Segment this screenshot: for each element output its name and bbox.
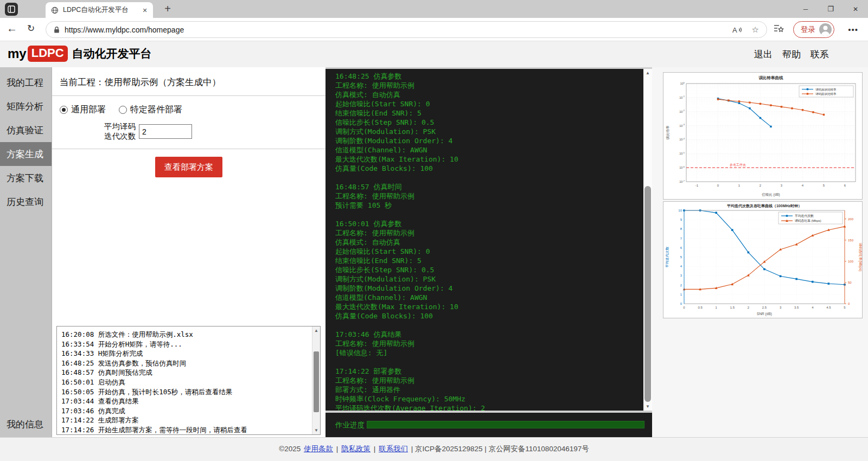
iteration-throughput-chart-card: 00.511.522.533.544.550123456789100501001… (663, 201, 863, 318)
sidebar-item[interactable]: 方案生成 (0, 142, 52, 166)
svg-text:译码吞吐率 (Mbps): 译码吞吐率 (Mbps) (795, 219, 821, 223)
login-button[interactable]: 登录 (793, 21, 834, 38)
svg-text:0: 0 (848, 302, 850, 305)
new-tab-button[interactable]: + (161, 2, 175, 16)
svg-text:信噪比 (dB): 信噪比 (dB) (762, 193, 780, 197)
page-footer: ©2025 使用条款 | 隐私政策 | 联系我们 | 京ICP备20251298… (0, 437, 868, 461)
console-scroll-thumb[interactable] (644, 186, 651, 402)
browser-tab[interactable]: LDPC自动化开发平台 ✕ (46, 2, 153, 18)
svg-text:3: 3 (781, 184, 783, 187)
svg-text:参考工作点: 参考工作点 (730, 163, 746, 167)
maximize-button[interactable]: ❐ (818, 0, 843, 18)
svg-text:4.5: 4.5 (826, 306, 831, 309)
footer-link[interactable]: 隐私政策 (341, 445, 371, 453)
close-button[interactable]: ✕ (843, 0, 868, 18)
footer-segment: 京公网安备11010802046197号 (489, 445, 589, 453)
log-scrollbar[interactable]: ▲ ▼ (312, 326, 320, 434)
settings-more-icon[interactable]: ••• (848, 25, 858, 34)
svg-text:5: 5 (844, 306, 846, 309)
reload-button[interactable]: ↻ (27, 23, 35, 34)
svg-text:10-4: 10-4 (679, 137, 685, 142)
header-nav-帮助[interactable]: 帮助 (782, 48, 801, 61)
iteration-row: 平均译码 迭代次数 (104, 122, 326, 141)
footer-segment: 京ICP备2025129825 (415, 445, 483, 453)
svg-text:误比特率: 误比特率 (666, 125, 670, 140)
svg-text:0: 0 (680, 302, 682, 305)
sidebar-item[interactable]: 仿真验证 (0, 118, 52, 142)
svg-text:平均迭代次数及吞吐率曲线（100MHz时钟）: 平均迭代次数及吞吐率曲线（100MHz时钟） (726, 203, 802, 208)
log-line: 16:33:54 开始分析H矩阵，请等待... (61, 340, 310, 349)
globe-icon (51, 7, 59, 14)
scroll-down-icon[interactable]: ▼ (643, 404, 652, 409)
favorites-hub-icon[interactable] (774, 24, 784, 35)
svg-text:3.5: 3.5 (794, 306, 799, 309)
read-aloud-icon[interactable]: A (732, 26, 742, 34)
log-scroll-thumb[interactable] (314, 351, 319, 412)
tab-title: LDPC自动化开发平台 (63, 5, 136, 15)
view-deploy-plan-button[interactable]: 查看部署方案 (155, 157, 222, 177)
sidebar-item-my-info[interactable]: 我的信息 (0, 413, 52, 435)
log-line: 17:14:22 生成部署方案 (61, 415, 310, 425)
console-scrollbar[interactable]: ▲ ▼ (643, 69, 652, 411)
svg-text:误比特率曲线: 误比特率曲线 (758, 75, 784, 80)
footer-link[interactable]: 使用条款 (304, 445, 333, 453)
sidebar: 我的工程矩阵分析仿真验证方案生成方案下载历史查询 我的信息 (0, 67, 52, 437)
window-controls: ─ ❐ ✕ (793, 0, 868, 18)
svg-text:10-1: 10-1 (679, 95, 685, 99)
footer-segment: | (409, 445, 415, 453)
svg-text:50: 50 (848, 281, 852, 284)
favorite-star-icon[interactable]: ☆ (752, 25, 759, 35)
scroll-up-icon[interactable]: ▲ (643, 71, 652, 75)
minimize-button[interactable]: ─ (793, 0, 818, 18)
svg-text:200: 200 (848, 217, 854, 221)
scroll-down-icon[interactable]: ▼ (312, 428, 320, 433)
svg-text:7: 7 (680, 237, 682, 240)
progress-fill (367, 421, 644, 428)
svg-text:2: 2 (680, 284, 682, 287)
iteration-input[interactable] (139, 124, 192, 139)
svg-text:5: 5 (680, 255, 682, 259)
sidebar-item[interactable]: 我的工程 (0, 71, 52, 94)
sidebar-item[interactable]: 历史查询 (0, 190, 52, 214)
scroll-up-icon[interactable]: ▲ (312, 328, 320, 333)
footer-segment: | (334, 445, 340, 453)
log-line: 16:48:25 发送仿真参数，预估仿真时间 (61, 358, 310, 368)
svg-text:100: 100 (680, 81, 685, 86)
radio-general-deploy[interactable]: 通用部署 (60, 104, 106, 116)
sidebar-item[interactable]: 方案下载 (0, 166, 52, 190)
log-line: 16:50:01 启动仿真 (61, 377, 310, 387)
svg-text:10-7: 10-7 (679, 180, 685, 184)
svg-text:译码前误比特率: 译码前误比特率 (815, 92, 837, 96)
footer-text: ©2025 使用条款 | 隐私政策 | 联系我们 | 京ICP备20251298… (279, 445, 589, 453)
radio-specific-deploy[interactable]: 特定器件部署 (119, 104, 182, 116)
footer-segment: | (483, 445, 489, 453)
log-line: 16:48:57 仿真时间预估完成 (61, 368, 310, 377)
tab-close-icon[interactable]: ✕ (140, 5, 150, 15)
log-line: 16:34:33 H矩阵分析完成 (61, 349, 310, 358)
browser-toolbar: ← ↻ https://www.myldpc.com/homepage A ☆ … (0, 18, 868, 41)
footer-segment: | (372, 445, 378, 453)
header-nav-联系[interactable]: 联系 (810, 48, 829, 61)
svg-text:-1: -1 (695, 184, 699, 187)
back-button[interactable]: ← (7, 22, 17, 35)
tab-strip: LDPC自动化开发平台 ✕ + ─ ❐ ✕ (0, 0, 868, 18)
logo-prefix: my (8, 46, 27, 61)
ber-chart-card: -1012345610010-110-210-310-410-510-610-7… (663, 72, 863, 200)
address-bar[interactable]: https://www.myldpc.com/homepage A ☆ (46, 21, 767, 38)
console-panel: 16:48:25 仿真参数 工程名称: 使用帮助示例 仿真模式: 自动仿真 起始… (326, 69, 643, 411)
radio-selected-icon (60, 106, 68, 114)
divider (52, 95, 326, 96)
charts-panel: -1012345610010-110-210-310-410-510-610-7… (652, 67, 868, 437)
radio-unselected-icon (119, 106, 127, 114)
svg-text:100: 100 (848, 260, 854, 263)
sidebar-item[interactable]: 矩阵分析 (0, 94, 52, 118)
svg-text:10-2: 10-2 (679, 109, 685, 113)
svg-text:2.5: 2.5 (762, 306, 767, 309)
workspaces-icon[interactable] (5, 3, 18, 16)
radio-general-label: 通用部署 (71, 104, 106, 116)
header-nav-退出[interactable]: 退出 (754, 48, 773, 61)
footer-link[interactable]: 联系我们 (379, 445, 408, 453)
svg-text:6: 6 (680, 246, 682, 249)
lock-icon (54, 26, 60, 34)
svg-text:平均迭代次数: 平均迭代次数 (795, 214, 814, 217)
